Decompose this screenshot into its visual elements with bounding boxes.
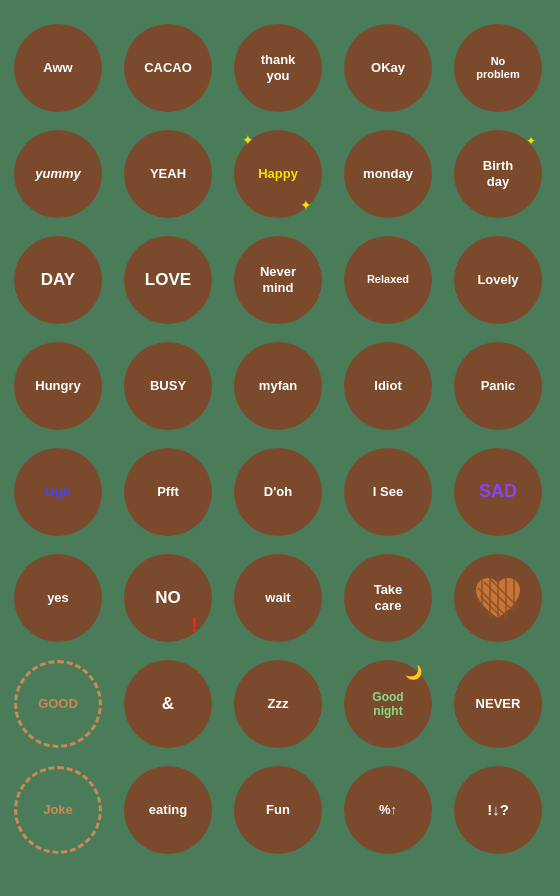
sticker-monday[interactable]: monday: [340, 126, 436, 222]
sticker-myfan[interactable]: myfan: [230, 338, 326, 434]
sparkle-icon: ✦: [300, 197, 312, 214]
sticker-idiot[interactable]: Idiot: [340, 338, 436, 434]
sticker-relaxed[interactable]: Relaxed: [340, 232, 436, 328]
sticker-label: &: [162, 694, 174, 714]
sticker-label: CACAO: [144, 60, 192, 76]
sticker-hungry[interactable]: Hungry: [10, 338, 106, 434]
sticker-label: yummy: [35, 166, 81, 182]
sticker-label: Fun: [266, 802, 290, 818]
sparkle-icon: ✦: [526, 134, 536, 149]
sticker-label: Nevermind: [260, 264, 296, 295]
sticker-takecare[interactable]: Takecare: [340, 550, 436, 646]
sticker-label: Takecare: [374, 582, 403, 613]
sticker-lovely[interactable]: Lovely: [450, 232, 546, 328]
sticker-label: Idiot: [374, 378, 401, 394]
moon-icon: 🌙: [405, 664, 422, 681]
sticker-label: Goodnight: [372, 690, 403, 719]
sticker-label: NO: [155, 588, 181, 608]
sticker-label: myfan: [259, 378, 297, 394]
sticker-label: LOVE: [145, 270, 191, 290]
sticker-label: D'oh: [264, 484, 292, 500]
sticker-label: Aww: [43, 60, 72, 76]
sticker-label: wait: [265, 590, 290, 606]
sticker-label: SAD: [479, 481, 517, 503]
sticker-label: Pfft: [157, 484, 179, 500]
sticker-label: BUSY: [150, 378, 186, 394]
sticker-label: Noproblem: [476, 55, 519, 81]
sticker-label: monday: [363, 166, 413, 182]
waffle-heart-icon: [470, 570, 526, 626]
sticker-thankyou[interactable]: thankyou: [230, 20, 326, 116]
sticker-cacao[interactable]: CACAO: [120, 20, 216, 116]
sticker-joke[interactable]: Joke: [10, 762, 106, 858]
sticker-exclamation-question[interactable]: !↓?: [450, 762, 546, 858]
sticker-isee[interactable]: I See: [340, 444, 436, 540]
sticker-happy[interactable]: ✦ ✦ Happy: [230, 126, 326, 222]
sticker-label: thankyou: [261, 52, 296, 83]
sticker-ampersand[interactable]: &: [120, 656, 216, 752]
sticker-label: %↑: [379, 802, 397, 818]
sticker-never[interactable]: NEVER: [450, 656, 546, 752]
sticker-aww[interactable]: Aww: [10, 20, 106, 116]
sticker-grid: Aww CACAO thankyou OKay Noproblem yummy …: [0, 10, 560, 868]
sticker-label: YEAH: [150, 166, 186, 182]
sticker-pfft[interactable]: Pfft: [120, 444, 216, 540]
sticker-yeah[interactable]: YEAH: [120, 126, 216, 222]
sticker-zzz[interactable]: Zzz: [230, 656, 326, 752]
sticker-label: GOOD: [38, 696, 78, 712]
sticker-okay[interactable]: OKay: [340, 20, 436, 116]
sticker-fun[interactable]: Fun: [230, 762, 326, 858]
sticker-label: OKay: [371, 60, 405, 76]
sticker-good[interactable]: GOOD: [10, 656, 106, 752]
sticker-yummy[interactable]: yummy: [10, 126, 106, 222]
sticker-label: DAY: [41, 270, 75, 290]
sticker-noproblem[interactable]: Noproblem: [450, 20, 546, 116]
sticker-ugh[interactable]: Ugh: [10, 444, 106, 540]
sticker-percentup[interactable]: %↑: [340, 762, 436, 858]
sticker-label: !↓?: [487, 801, 509, 819]
sticker-eating[interactable]: eating: [120, 762, 216, 858]
sticker-waffle[interactable]: [450, 550, 546, 646]
sticker-label: Happy: [258, 166, 298, 182]
sticker-no[interactable]: NO !: [120, 550, 216, 646]
sticker-busy[interactable]: BUSY: [120, 338, 216, 434]
sticker-label: I See: [373, 484, 403, 500]
sticker-yes[interactable]: yes: [10, 550, 106, 646]
sticker-label: Relaxed: [367, 273, 409, 286]
sticker-nevermind[interactable]: Nevermind: [230, 232, 326, 328]
sparkle-icon: ✦: [242, 132, 254, 149]
sticker-sad[interactable]: SAD: [450, 444, 546, 540]
sticker-label: Hungry: [35, 378, 81, 394]
sticker-label: Birthday: [483, 158, 513, 189]
sticker-label: Panic: [481, 378, 516, 394]
sticker-label: eating: [149, 802, 187, 818]
sticker-label: NEVER: [476, 696, 521, 712]
sticker-wait[interactable]: wait: [230, 550, 326, 646]
sticker-label: Zzz: [268, 696, 289, 712]
sticker-label: Ugh: [45, 484, 70, 500]
sticker-label: Lovely: [477, 272, 518, 288]
exclamation-icon: !: [191, 612, 198, 638]
sticker-doh[interactable]: D'oh: [230, 444, 326, 540]
sticker-love[interactable]: LOVE: [120, 232, 216, 328]
sticker-birthday[interactable]: ✦ Birthday: [450, 126, 546, 222]
sticker-panic[interactable]: Panic: [450, 338, 546, 434]
sticker-label: yes: [47, 590, 69, 606]
sticker-label: Joke: [43, 802, 73, 818]
sticker-goodnight[interactable]: 🌙 Goodnight: [340, 656, 436, 752]
sticker-day[interactable]: DAY: [10, 232, 106, 328]
